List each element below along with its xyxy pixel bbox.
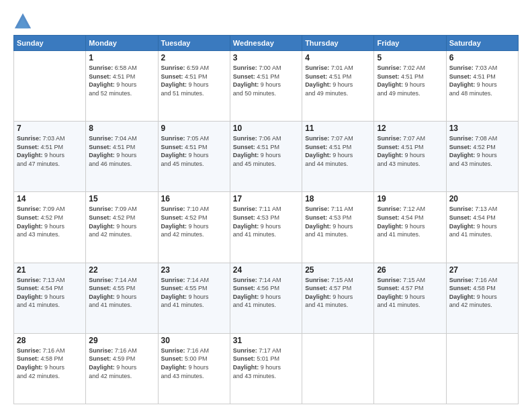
day-info: Sunrise: 7:14 AMSunset: 4:55 PMDaylight:… <box>89 276 154 310</box>
day-cell: 25Sunrise: 7:15 AMSunset: 4:57 PMDayligh… <box>302 263 374 333</box>
day-cell: 5Sunrise: 7:02 AMSunset: 4:51 PMDaylight… <box>374 51 446 122</box>
day-cell: 23Sunrise: 7:14 AMSunset: 4:55 PMDayligh… <box>158 263 230 333</box>
weekday-sunday: Sunday <box>14 36 86 51</box>
day-number: 15 <box>89 194 154 203</box>
day-cell: 27Sunrise: 7:16 AMSunset: 4:58 PMDayligh… <box>446 263 518 333</box>
day-info: Sunrise: 7:12 AMSunset: 4:54 PMDaylight:… <box>377 205 443 238</box>
day-number: 27 <box>449 265 515 275</box>
day-number: 17 <box>233 194 299 203</box>
day-info: Sunrise: 7:02 AMSunset: 4:51 PMDaylight:… <box>377 64 443 97</box>
week-row-3: 14Sunrise: 7:09 AMSunset: 4:52 PMDayligh… <box>14 192 519 263</box>
day-info: Sunrise: 7:14 AMSunset: 4:55 PMDaylight:… <box>161 276 227 310</box>
day-cell: 8Sunrise: 7:04 AMSunset: 4:51 PMDaylight… <box>86 122 158 192</box>
day-info: Sunrise: 7:16 AMSunset: 4:58 PMDaylight:… <box>449 276 515 310</box>
day-cell: 29Sunrise: 7:16 AMSunset: 4:59 PMDayligh… <box>86 333 158 404</box>
day-cell: 16Sunrise: 7:10 AMSunset: 4:52 PMDayligh… <box>158 192 230 263</box>
day-number: 2 <box>161 53 227 62</box>
day-info: Sunrise: 7:01 AMSunset: 4:51 PMDaylight:… <box>305 64 371 97</box>
day-info: Sunrise: 7:03 AMSunset: 4:51 PMDaylight:… <box>449 64 515 97</box>
day-number: 5 <box>377 53 443 62</box>
day-cell: 9Sunrise: 7:05 AMSunset: 4:51 PMDaylight… <box>158 122 230 192</box>
weekday-friday: Friday <box>374 36 446 51</box>
day-info: Sunrise: 7:08 AMSunset: 4:52 PMDaylight:… <box>449 134 515 168</box>
day-cell: 18Sunrise: 7:11 AMSunset: 4:53 PMDayligh… <box>302 192 374 263</box>
page: SundayMondayTuesdayWednesdayThursdayFrid… <box>0 0 532 411</box>
day-info: Sunrise: 6:59 AMSunset: 4:51 PMDaylight:… <box>161 64 227 97</box>
day-info: Sunrise: 7:13 AMSunset: 4:54 PMDaylight:… <box>449 205 515 238</box>
day-cell: 11Sunrise: 7:07 AMSunset: 4:51 PMDayligh… <box>302 122 374 192</box>
day-number: 31 <box>233 336 299 345</box>
day-info: Sunrise: 7:07 AMSunset: 4:51 PMDaylight:… <box>377 134 443 168</box>
day-cell: 4Sunrise: 7:01 AMSunset: 4:51 PMDaylight… <box>302 51 374 122</box>
day-number: 22 <box>89 265 154 275</box>
logo-icon <box>13 12 32 31</box>
day-cell: 2Sunrise: 6:59 AMSunset: 4:51 PMDaylight… <box>158 51 230 122</box>
day-info: Sunrise: 7:17 AMSunset: 5:01 PMDaylight:… <box>233 347 299 380</box>
day-number: 1 <box>89 53 154 62</box>
day-info: Sunrise: 7:11 AMSunset: 4:53 PMDaylight:… <box>233 205 299 238</box>
day-cell: 7Sunrise: 7:03 AMSunset: 4:51 PMDaylight… <box>14 122 86 192</box>
week-row-2: 7Sunrise: 7:03 AMSunset: 4:51 PMDaylight… <box>14 122 519 192</box>
weekday-wednesday: Wednesday <box>230 36 302 51</box>
weekday-thursday: Thursday <box>302 36 374 51</box>
day-number: 3 <box>233 53 299 62</box>
day-cell <box>302 333 374 404</box>
weekday-header-row: SundayMondayTuesdayWednesdayThursdayFrid… <box>14 36 519 51</box>
weekday-tuesday: Tuesday <box>158 36 230 51</box>
day-info: Sunrise: 7:15 AMSunset: 4:57 PMDaylight:… <box>305 276 371 310</box>
day-cell: 3Sunrise: 7:00 AMSunset: 4:51 PMDaylight… <box>230 51 302 122</box>
day-info: Sunrise: 7:09 AMSunset: 4:52 PMDaylight:… <box>89 205 154 238</box>
day-cell: 17Sunrise: 7:11 AMSunset: 4:53 PMDayligh… <box>230 192 302 263</box>
day-info: Sunrise: 7:10 AMSunset: 4:52 PMDaylight:… <box>161 205 227 238</box>
day-number: 26 <box>377 265 443 275</box>
day-cell: 1Sunrise: 6:58 AMSunset: 4:51 PMDaylight… <box>86 51 158 122</box>
day-cell: 28Sunrise: 7:16 AMSunset: 4:58 PMDayligh… <box>14 333 86 404</box>
weekday-saturday: Saturday <box>446 36 518 51</box>
day-number: 29 <box>89 336 154 345</box>
day-info: Sunrise: 7:15 AMSunset: 4:57 PMDaylight:… <box>377 276 443 310</box>
day-cell: 21Sunrise: 7:13 AMSunset: 4:54 PMDayligh… <box>14 263 86 333</box>
day-cell: 20Sunrise: 7:13 AMSunset: 4:54 PMDayligh… <box>446 192 518 263</box>
day-cell: 13Sunrise: 7:08 AMSunset: 4:52 PMDayligh… <box>446 122 518 192</box>
day-info: Sunrise: 7:03 AMSunset: 4:51 PMDaylight:… <box>17 134 83 168</box>
day-cell: 19Sunrise: 7:12 AMSunset: 4:54 PMDayligh… <box>374 192 446 263</box>
day-number: 6 <box>449 53 515 62</box>
day-cell: 14Sunrise: 7:09 AMSunset: 4:52 PMDayligh… <box>14 192 86 263</box>
day-info: Sunrise: 7:06 AMSunset: 4:51 PMDaylight:… <box>233 134 299 168</box>
day-cell: 30Sunrise: 7:16 AMSunset: 5:00 PMDayligh… <box>158 333 230 404</box>
day-cell: 31Sunrise: 7:17 AMSunset: 5:01 PMDayligh… <box>230 333 302 404</box>
day-number: 24 <box>233 265 299 275</box>
day-number: 21 <box>17 265 83 275</box>
day-number: 4 <box>305 53 371 62</box>
week-row-1: 1Sunrise: 6:58 AMSunset: 4:51 PMDaylight… <box>14 51 519 122</box>
day-number: 28 <box>17 336 83 345</box>
day-number: 30 <box>161 336 227 345</box>
day-number: 7 <box>17 124 83 133</box>
day-number: 14 <box>17 194 83 203</box>
day-cell: 6Sunrise: 7:03 AMSunset: 4:51 PMDaylight… <box>446 51 518 122</box>
day-cell: 22Sunrise: 7:14 AMSunset: 4:55 PMDayligh… <box>86 263 158 333</box>
day-number: 20 <box>449 194 515 203</box>
day-number: 23 <box>161 265 227 275</box>
day-cell: 24Sunrise: 7:14 AMSunset: 4:56 PMDayligh… <box>230 263 302 333</box>
day-cell: 10Sunrise: 7:06 AMSunset: 4:51 PMDayligh… <box>230 122 302 192</box>
day-info: Sunrise: 6:58 AMSunset: 4:51 PMDaylight:… <box>89 64 154 97</box>
day-info: Sunrise: 7:09 AMSunset: 4:52 PMDaylight:… <box>17 205 83 238</box>
week-row-4: 21Sunrise: 7:13 AMSunset: 4:54 PMDayligh… <box>14 263 519 333</box>
day-cell: 26Sunrise: 7:15 AMSunset: 4:57 PMDayligh… <box>374 263 446 333</box>
day-info: Sunrise: 7:11 AMSunset: 4:53 PMDaylight:… <box>305 205 371 238</box>
day-number: 11 <box>305 124 371 133</box>
day-info: Sunrise: 7:16 AMSunset: 4:59 PMDaylight:… <box>89 347 154 380</box>
day-info: Sunrise: 7:00 AMSunset: 4:51 PMDaylight:… <box>233 64 299 97</box>
day-info: Sunrise: 7:16 AMSunset: 5:00 PMDaylight:… <box>161 347 227 380</box>
day-info: Sunrise: 7:05 AMSunset: 4:51 PMDaylight:… <box>161 134 227 168</box>
day-info: Sunrise: 7:07 AMSunset: 4:51 PMDaylight:… <box>305 134 371 168</box>
day-cell <box>14 51 86 122</box>
day-number: 13 <box>449 124 515 133</box>
day-info: Sunrise: 7:13 AMSunset: 4:54 PMDaylight:… <box>17 276 83 310</box>
day-number: 19 <box>377 194 443 203</box>
day-info: Sunrise: 7:16 AMSunset: 4:58 PMDaylight:… <box>17 347 83 380</box>
day-number: 9 <box>161 124 227 133</box>
day-number: 12 <box>377 124 443 133</box>
day-number: 16 <box>161 194 227 203</box>
